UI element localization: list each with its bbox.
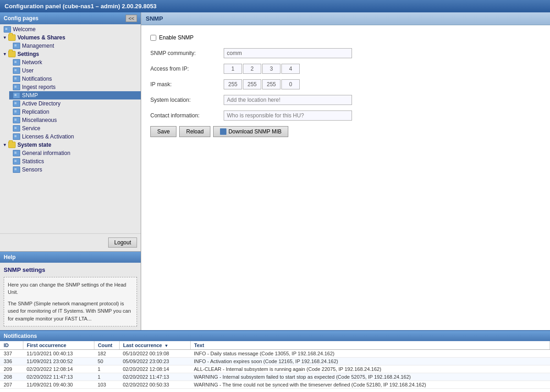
mask-octet-4[interactable] — [281, 79, 300, 89]
sidebar-item-general-information[interactable]: General information — [9, 149, 141, 157]
col-last-occurrence[interactable]: Last occurrence ▼ — [119, 341, 190, 350]
mask-octet-2[interactable] — [243, 79, 261, 89]
cell-count: 1 — [94, 365, 119, 373]
help-text-2: The SNMP (Simple network managment proto… — [8, 300, 133, 323]
table-row[interactable]: 208 02/20/2022 11:47:13 1 02/20/2022 11:… — [0, 373, 550, 381]
enable-snmp-checkbox[interactable] — [150, 35, 156, 41]
notifications-label: Notifications — [22, 76, 52, 82]
cell-first-occurrence: 02/20/2022 12:08:14 — [23, 365, 94, 373]
bottom-panel: Notifications ID First occurrence Count … — [0, 330, 550, 392]
download-icon — [220, 128, 226, 135]
system-state-triangle: ▼ — [3, 143, 7, 147]
table-row[interactable]: 337 11/10/2021 00:40:13 182 05/10/2022 0… — [0, 350, 550, 358]
table-row[interactable]: 209 02/20/2022 12:08:14 1 02/20/2022 12:… — [0, 365, 550, 373]
col-count[interactable]: Count — [94, 341, 119, 350]
sidebar-item-active-directory[interactable]: Active Directory — [9, 99, 141, 108]
sidebar-item-user[interactable]: User — [9, 66, 141, 75]
cell-first-occurrence: 02/20/2022 11:47:13 — [23, 373, 94, 381]
cell-id: 336 — [0, 358, 23, 365]
reload-button[interactable]: Reload — [179, 126, 210, 137]
sort-icon: ▼ — [165, 343, 169, 348]
sidebar-item-licenses[interactable]: Licenses & Activation — [9, 133, 141, 141]
notifications-header: Notifications — [0, 331, 550, 341]
ip-mask-group — [224, 79, 300, 89]
general-info-label: General information — [22, 150, 70, 156]
table-row[interactable]: 207 11/09/2021 09:40:30 103 02/20/2022 0… — [0, 381, 550, 389]
sidebar: Config pages << Welcome ▼ Volumes & Shar… — [0, 12, 141, 330]
sensors-icon — [13, 166, 20, 173]
cell-id: 209 — [0, 365, 23, 373]
cell-count: 1 — [94, 373, 119, 381]
table-row[interactable]: 336 11/09/2021 23:00:52 50 05/09/2022 23… — [0, 358, 550, 365]
cell-last-occurrence: 02/20/2022 11:47:13 — [119, 373, 190, 381]
cell-last-occurrence: 05/10/2022 00:19:08 — [119, 350, 190, 358]
table-header: ID First occurrence Count Last occurrenc… — [0, 341, 550, 350]
network-icon — [13, 59, 20, 66]
replication-icon — [13, 109, 20, 115]
title-bar: Configuration panel (cube-nas1 – admin) … — [0, 0, 550, 12]
ip-octet-3[interactable] — [262, 64, 280, 74]
help-section: Help SNMP settings Here you can change t… — [0, 251, 141, 331]
sidebar-item-notifications[interactable]: Notifications — [9, 75, 141, 83]
sidebar-item-network[interactable]: Network — [9, 58, 141, 66]
app-title: Configuration panel (cube-nas1 – admin) … — [5, 3, 157, 10]
col-first-occurrence[interactable]: First occurrence — [23, 341, 94, 350]
folder-icon-volumes — [8, 34, 16, 41]
mask-octet-3[interactable] — [262, 79, 280, 89]
service-icon — [13, 125, 20, 132]
sidebar-item-welcome[interactable]: Welcome — [0, 25, 141, 33]
service-label: Service — [22, 125, 40, 132]
col-text[interactable]: Text — [190, 341, 550, 350]
sidebar-folder-system-state[interactable]: ▼ System state — [0, 141, 141, 149]
sidebar-item-miscellaneous[interactable]: Miscellaneous — [9, 116, 141, 124]
management-label: Management — [22, 43, 54, 49]
ip-octet-4[interactable] — [281, 64, 300, 74]
cell-text: INFO - Daily status message (Code 13055,… — [190, 350, 550, 358]
sidebar-item-service[interactable]: Service — [9, 124, 141, 133]
user-label: User — [22, 67, 33, 74]
contact-info-input[interactable] — [224, 110, 352, 121]
col-id[interactable]: ID — [0, 341, 23, 350]
notifications-icon — [13, 76, 20, 82]
logout-button[interactable]: Logout — [108, 237, 137, 248]
sidebar-item-replication[interactable]: Replication — [9, 108, 141, 116]
snmp-label: SNMP — [22, 92, 38, 99]
ip-octet-1[interactable] — [224, 64, 242, 74]
community-row: SNMP community: — [150, 48, 541, 58]
mask-octet-1[interactable] — [224, 79, 242, 89]
cell-last-occurrence: 05/09/2022 23:00:23 — [119, 358, 190, 365]
general-info-icon — [13, 150, 20, 156]
download-label: Download SNMP MIB — [228, 128, 281, 135]
sidebar-folder-settings[interactable]: ▼ Settings — [0, 50, 141, 58]
community-input[interactable] — [224, 48, 352, 58]
sidebar-item-ingest-reports[interactable]: Ingest reports — [9, 83, 141, 91]
col-text-label: Text — [194, 342, 204, 348]
help-title: SNMP settings — [4, 266, 137, 273]
sidebar-item-management[interactable]: Management — [9, 42, 141, 50]
ip-octet-2[interactable] — [243, 64, 261, 74]
notifications-title: Notifications — [4, 333, 37, 339]
settings-triangle: ▼ — [3, 52, 7, 56]
cell-text: INFO - Activation expires soon (Code 121… — [190, 358, 550, 365]
help-text-1: Here you can change the SNMP settings of… — [8, 281, 133, 296]
cell-text: ALL-CLEAR - Internal subsystem is runnin… — [190, 365, 550, 373]
sidebar-folder-volumes[interactable]: ▼ Volumes & Shares — [0, 33, 141, 42]
cell-id: 337 — [0, 350, 23, 358]
collapse-button[interactable]: << — [126, 15, 137, 22]
system-location-input[interactable] — [224, 95, 352, 105]
sidebar-item-statistics[interactable]: Statistics — [9, 157, 141, 166]
cell-text: WARNING - Internal subsystem failed to s… — [190, 373, 550, 381]
save-button[interactable]: Save — [150, 126, 176, 137]
cell-count: 50 — [94, 358, 119, 365]
help-label: Help — [4, 254, 16, 260]
col-last-occ-label: Last occurrence — [123, 342, 162, 348]
download-mib-button[interactable]: Download SNMP MIB — [213, 126, 288, 137]
content-header: SNMP — [141, 12, 550, 25]
header-row: ID First occurrence Count Last occurrenc… — [0, 341, 550, 350]
sidebar-item-snmp[interactable]: SNMP — [9, 91, 141, 99]
settings-children: Network User Notifications Ingest report… — [0, 58, 141, 141]
licenses-label: Licenses & Activation — [22, 133, 74, 140]
sidebar-item-sensors[interactable]: Sensors — [9, 166, 141, 174]
community-label: SNMP community: — [150, 50, 224, 56]
content-title: SNMP — [146, 15, 163, 22]
